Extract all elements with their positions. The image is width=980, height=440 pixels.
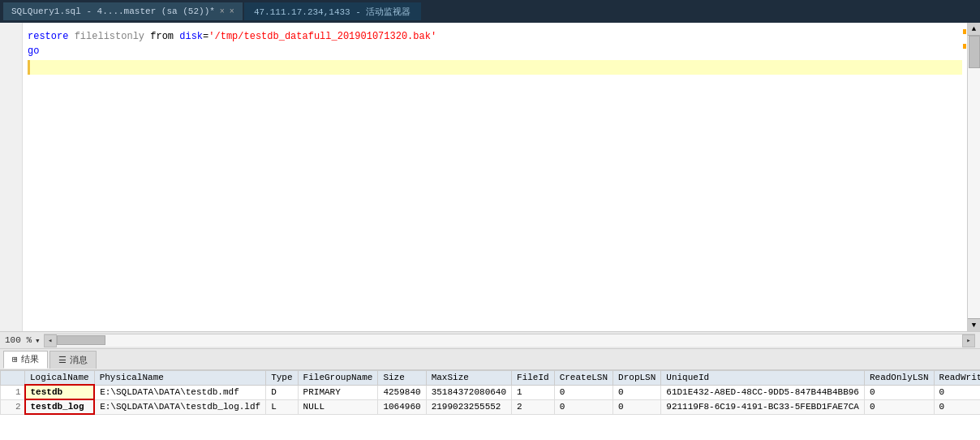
row-2-readwritelsn: 0 bbox=[934, 399, 980, 414]
th-size: Size bbox=[378, 371, 426, 386]
row-1-type: D bbox=[266, 385, 298, 399]
th-readwritelsn: ReadWriteLSN bbox=[934, 371, 980, 386]
row-1-num: 1 bbox=[1, 385, 25, 399]
row-2-logicalname: testdb_log bbox=[25, 399, 95, 414]
kw-filelistonly: filelistonly bbox=[75, 29, 144, 44]
th-type: Type bbox=[266, 371, 298, 386]
scroll-track[interactable] bbox=[968, 36, 980, 318]
row-1-readonlylsn: 0 bbox=[864, 385, 934, 399]
table-header-row: LogicalName PhysicalName Type FileGroupN… bbox=[1, 371, 981, 386]
h-scroll-thumb[interactable] bbox=[57, 335, 105, 345]
editor-scrollbar[interactable]: ▲ ▼ bbox=[967, 23, 980, 331]
th-logical-name: LogicalName bbox=[25, 371, 95, 386]
row-1-physicalname: E:\SQLDATA\DATA\testdb.mdf bbox=[94, 385, 266, 399]
line-numbers bbox=[0, 23, 23, 331]
row-2-size: 1064960 bbox=[378, 399, 426, 414]
status-bar: 100 % ▾ ◂ ▸ bbox=[0, 331, 980, 349]
scroll-thumb[interactable] bbox=[969, 36, 980, 68]
row-1-droplsn: 0 bbox=[613, 385, 661, 399]
tab-results-label: 结果 bbox=[21, 353, 39, 365]
query-tab[interactable]: SQLQuery1.sql - 4....master (sa (52))* ×… bbox=[3, 2, 243, 20]
row-2-maxsize: 2199023255552 bbox=[426, 399, 511, 414]
server-tab[interactable]: 47.111.17.234,1433 - 活动监视器 bbox=[244, 2, 421, 20]
row-1-readwritelsn: 0 bbox=[934, 385, 980, 399]
kw-go: go bbox=[28, 44, 39, 58]
row-1-logicalname: testdb bbox=[25, 385, 95, 399]
orange-mark-1 bbox=[963, 29, 966, 34]
row-2-type: L bbox=[266, 399, 298, 414]
th-fileid: FileId bbox=[512, 371, 555, 386]
h-scroll-right-btn[interactable]: ▸ bbox=[962, 334, 975, 347]
scroll-up-btn[interactable]: ▲ bbox=[968, 23, 981, 36]
zoom-controls: 100 % ▾ bbox=[5, 335, 41, 346]
str-path: '/tmp/testdb_datafull_201901071320.bak' bbox=[208, 29, 436, 44]
th-createlsn: CreateLSN bbox=[554, 371, 612, 386]
row-1-maxsize: 35184372080640 bbox=[426, 385, 511, 399]
server-tab-label: 47.111.17.234,1433 - 活动监视器 bbox=[254, 6, 411, 18]
kw-from: from bbox=[150, 29, 174, 44]
row-1-size: 4259840 bbox=[378, 385, 426, 399]
results-icon: ⊞ bbox=[12, 354, 18, 365]
row-2-readonlylsn: 0 bbox=[864, 399, 934, 414]
h-scroll-left-btn[interactable]: ◂ bbox=[44, 334, 57, 347]
title-bar: SQLQuery1.sql - 4....master (sa (52))* ×… bbox=[0, 0, 980, 23]
row-1-filegroupname: PRIMARY bbox=[298, 385, 378, 399]
table-row: 2 testdb_log E:\SQLDATA\DATA\testdb_log.… bbox=[1, 399, 981, 414]
code-line-1: restore filelistonly from disk='/tmp/tes… bbox=[28, 29, 962, 44]
editor-area: restore filelistonly from disk='/tmp/tes… bbox=[0, 23, 980, 331]
row-1-uniqueid: 61D1E432-A8ED-48CC-9DD5-847B44B4BB96 bbox=[661, 385, 865, 399]
h-scrollbar[interactable]: ◂ ▸ bbox=[44, 334, 975, 347]
row-1-createlsn: 0 bbox=[554, 385, 612, 399]
orange-mark-2 bbox=[963, 44, 966, 49]
row-2-physicalname: E:\SQLDATA\DATA\testdb_log.ldf bbox=[94, 399, 266, 414]
messages-icon: ☰ bbox=[58, 355, 67, 365]
results-table: LogicalName PhysicalName Type FileGroupN… bbox=[0, 370, 980, 415]
tab-results[interactable]: ⊞ 结果 bbox=[3, 351, 48, 369]
code-line-2: go bbox=[28, 44, 962, 58]
th-physical-name: PhysicalName bbox=[94, 371, 266, 386]
zoom-level: 100 % bbox=[5, 335, 32, 345]
row-2-fileid: 2 bbox=[512, 399, 555, 414]
query-tab-label: SQLQuery1.sql - 4....master (sa (52))* bbox=[11, 6, 215, 16]
editor-content[interactable]: restore filelistonly from disk='/tmp/tes… bbox=[23, 23, 967, 331]
th-rownum bbox=[1, 371, 25, 386]
row-2-createlsn: 0 bbox=[554, 399, 612, 414]
row-2-num: 2 bbox=[1, 399, 25, 414]
kw-disk: disk bbox=[179, 29, 203, 44]
result-tabs: ⊞ 结果 ☰ 消息 bbox=[0, 349, 980, 370]
row-2-droplsn: 0 bbox=[613, 399, 661, 414]
tab-messages-label: 消息 bbox=[70, 354, 88, 366]
tab-pin-icon[interactable]: × bbox=[220, 7, 225, 16]
tab-close-icon[interactable]: × bbox=[230, 7, 234, 16]
kw-restore: restore bbox=[28, 29, 68, 44]
table-row: 1 testdb E:\SQLDATA\DATA\testdb.mdf D PR… bbox=[1, 385, 981, 399]
orange-markers bbox=[963, 23, 966, 331]
th-maxsize: MaxSize bbox=[426, 371, 511, 386]
results-grid[interactable]: LogicalName PhysicalName Type FileGroupN… bbox=[0, 370, 980, 440]
current-line-indicator bbox=[28, 60, 962, 75]
scroll-down-btn[interactable]: ▼ bbox=[968, 318, 981, 331]
th-uniqueid: UniqueId bbox=[661, 371, 865, 386]
th-readonlylsn: ReadOnlyLSN bbox=[864, 371, 934, 386]
zoom-dropdown-icon[interactable]: ▾ bbox=[35, 335, 41, 346]
row-2-filegroupname: NULL bbox=[298, 399, 378, 414]
row-1-fileid: 1 bbox=[512, 385, 555, 399]
h-scroll-track[interactable] bbox=[57, 334, 962, 347]
tab-messages[interactable]: ☰ 消息 bbox=[49, 351, 97, 369]
row-2-uniqueid: 921119F8-6C19-4191-BC33-5FEBD1FAE7CA bbox=[661, 399, 865, 414]
bottom-panel: ⊞ 结果 ☰ 消息 LogicalName PhysicalName Type … bbox=[0, 349, 980, 440]
th-droplsn: DropLSN bbox=[613, 371, 661, 386]
th-filegroupname: FileGroupName bbox=[298, 371, 378, 386]
